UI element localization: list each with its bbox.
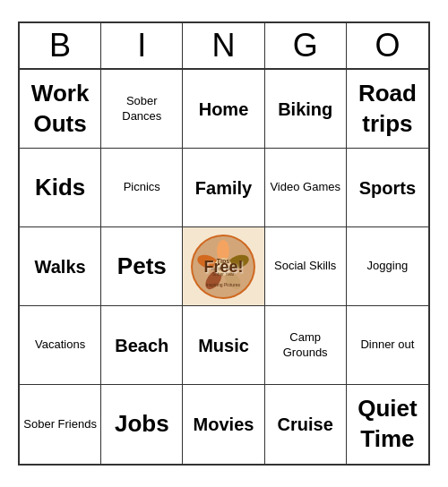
cell-text-9: Sports xyxy=(359,176,416,200)
bingo-cell-4: Road trips xyxy=(347,70,428,149)
bingo-cell-19: Dinner out xyxy=(347,306,428,385)
header-letter-n: N xyxy=(183,23,264,68)
bingo-cell-2: Home xyxy=(183,70,264,149)
cell-text-2: Home xyxy=(199,98,249,121)
bingo-grid: Work OutsSober DancesHomeBikingRoad trip… xyxy=(20,70,428,464)
cell-text-0: Work Outs xyxy=(23,79,97,140)
cell-text-17: Music xyxy=(198,334,249,357)
bingo-cell-11: Pets xyxy=(101,227,183,306)
header-letter-b: B xyxy=(20,23,101,68)
cell-text-7: Family xyxy=(195,176,252,200)
bingo-cell-7: Family xyxy=(183,149,264,227)
cell-text-22: Movies xyxy=(194,413,254,436)
bingo-cell-0: Work Outs xyxy=(20,70,101,149)
cell-text-19: Dinner out xyxy=(360,337,414,353)
bingo-header: BINGO xyxy=(20,23,428,70)
bingo-cell-6: Picnics xyxy=(101,149,183,227)
bingo-card: BINGO Work OutsSober DancesHomeBikingRoa… xyxy=(18,21,430,466)
bingo-cell-18: Camp Grounds xyxy=(265,306,347,385)
cell-text-3: Biking xyxy=(278,98,332,121)
free-label: Free! xyxy=(203,258,243,277)
header-letter-o: O xyxy=(347,23,428,68)
cell-text-4: Road trips xyxy=(350,79,425,140)
svg-text:inspiring Pictures: inspiring Pictures xyxy=(206,282,241,287)
bingo-cell-14: Jogging xyxy=(347,227,428,306)
bingo-cell-21: Jobs xyxy=(101,385,183,464)
cell-text-16: Beach xyxy=(115,334,168,357)
bingo-cell-9: Sports xyxy=(347,149,428,227)
bingo-cell-20: Sober Friends xyxy=(20,385,101,464)
cell-text-5: Kids xyxy=(35,173,85,203)
cell-text-11: Pets xyxy=(117,252,167,282)
cell-text-15: Vacations xyxy=(35,337,85,353)
bingo-cell-16: Beach xyxy=(101,306,183,385)
bingo-cell-5: Kids xyxy=(20,149,101,227)
cell-text-23: Cruise xyxy=(278,413,333,436)
header-letter-g: G xyxy=(265,23,347,68)
cell-text-10: Walks xyxy=(35,255,86,278)
cell-text-21: Jobs xyxy=(115,409,169,440)
cell-text-20: Sober Friends xyxy=(23,417,97,432)
bingo-cell-13: Social Skills xyxy=(265,227,347,306)
bingo-cell-3: Biking xyxy=(265,70,347,149)
cell-text-8: Video Games xyxy=(270,180,340,195)
cell-text-14: Jogging xyxy=(367,259,409,274)
bingo-cell-22: Movies xyxy=(183,385,264,464)
bingo-cell-24: Quiet Time xyxy=(347,385,428,464)
bingo-cell-12: Tips for the Next Sober Year inspiring P… xyxy=(183,227,264,306)
bingo-cell-17: Music xyxy=(183,306,264,385)
bingo-cell-8: Video Games xyxy=(265,149,347,227)
cell-text-6: Picnics xyxy=(124,180,160,195)
bingo-cell-23: Cruise xyxy=(265,385,347,464)
bingo-cell-1: Sober Dances xyxy=(101,70,183,149)
bingo-cell-15: Vacations xyxy=(20,306,101,385)
cell-text-18: Camp Grounds xyxy=(269,330,342,361)
cell-text-1: Sober Dances xyxy=(105,94,178,124)
cell-text-24: Quiet Time xyxy=(350,394,425,455)
bingo-cell-10: Walks xyxy=(20,227,101,306)
cell-text-13: Social Skills xyxy=(274,259,336,274)
header-letter-i: I xyxy=(101,23,183,68)
